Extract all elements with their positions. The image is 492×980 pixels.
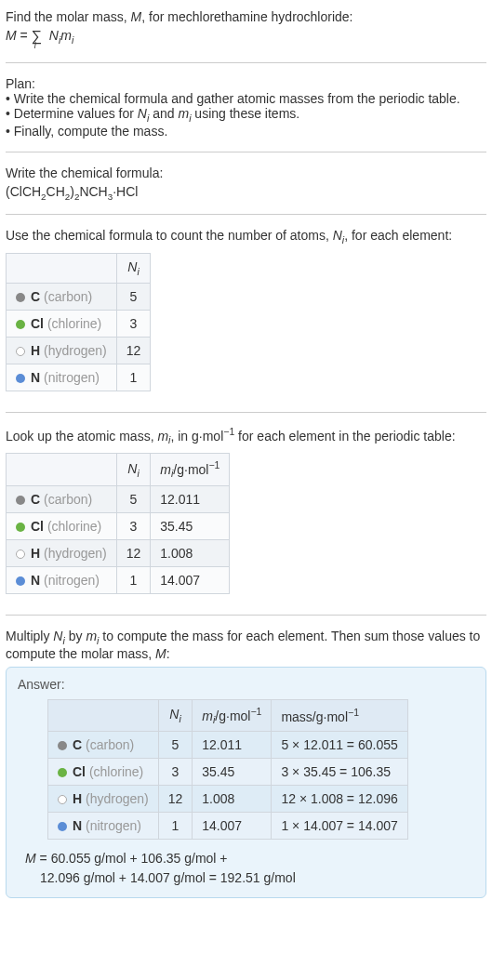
intro-var-M: M — [131, 9, 142, 24]
ni-cell: 3 — [116, 310, 151, 337]
element-name: (chlorine) — [47, 316, 101, 331]
table-row: N (nitrogen)1 — [7, 364, 151, 391]
element-symbol: C — [31, 289, 40, 304]
element-cell: Cl (chlorine) — [7, 310, 117, 337]
divider — [6, 412, 486, 413]
element-dot-icon — [16, 374, 25, 383]
element-dot-icon — [16, 347, 25, 356]
answer-table: Ni mi/g·mol−1 mass/g·mol−1 C (carbon)512… — [47, 699, 408, 840]
element-symbol: N — [31, 573, 40, 588]
element-name: (nitrogen) — [44, 370, 100, 385]
element-name: (chlorine) — [89, 764, 143, 779]
table-header-Ni: Ni — [116, 454, 151, 485]
mass-intro: Look up the atomic mass, mi, in g·mol−1 … — [6, 426, 486, 445]
mi-cell: 12.011 — [151, 485, 230, 512]
formula-mi: m — [60, 28, 72, 43]
element-dot-icon — [16, 320, 25, 329]
table-header-Ni: Ni — [116, 254, 151, 284]
element-cell: Cl (chlorine) — [7, 512, 117, 539]
formula-M: M — [6, 28, 17, 43]
element-symbol: H — [31, 546, 40, 561]
mass-table: Ni mi/g·mol−1 C (carbon)512.011Cl (chlor… — [6, 453, 230, 593]
chemical-formula-section: Write the chemical formula: (ClCH2CH2)2N… — [6, 160, 486, 207]
mass-lookup-section: Look up the atomic mass, mi, in g·mol−1 … — [6, 420, 486, 607]
mass-cell: 12 × 1.008 = 12.096 — [272, 786, 407, 813]
table-header-mi: mi/g·mol−1 — [151, 454, 230, 485]
plan-title: Plan: — [6, 76, 486, 91]
formula-Ni: N — [49, 28, 59, 43]
table-header-empty — [48, 699, 159, 731]
table-header-empty — [7, 454, 117, 485]
mass-cell: 5 × 12.011 = 60.055 — [272, 732, 407, 759]
element-symbol: Cl — [31, 519, 44, 534]
table-row: Cl (chlorine)3 — [7, 310, 151, 337]
answer-content: Ni mi/g·mol−1 mass/g·mol−1 C (carbon)512… — [18, 699, 474, 888]
ni-cell: 1 — [116, 364, 151, 391]
table-row: C (carbon)5 — [7, 283, 151, 310]
ni-cell: 12 — [158, 786, 193, 813]
divider — [6, 152, 486, 152]
element-dot-icon — [16, 293, 25, 302]
answer-label: Answer: — [18, 677, 474, 692]
count-intro: Use the chemical formula to count the nu… — [6, 228, 486, 245]
final-equation: M = 60.055 g/mol + 106.35 g/mol + 12.096… — [25, 849, 474, 888]
ni-cell: 12 — [116, 337, 151, 364]
molar-mass-formula: M = ∑ i Nimi — [6, 28, 486, 46]
intro-text-pre: Find the molar mass, — [6, 9, 131, 24]
element-symbol: H — [73, 791, 82, 806]
element-cell: Cl (chlorine) — [48, 759, 159, 786]
divider — [6, 214, 486, 215]
sigma-icon: ∑ i — [32, 28, 42, 45]
element-name: (hydrogen) — [44, 546, 107, 561]
chem-formula: (ClCH2CH2)2NCH3·HCl — [6, 184, 486, 202]
mi-cell: 1.008 — [151, 539, 230, 566]
table-row: N (nitrogen)114.0071 × 14.007 = 14.007 — [48, 813, 408, 840]
intro-section: Find the molar mass, M, for mechloretham… — [6, 4, 486, 55]
table-row: H (hydrogen)12 — [7, 337, 151, 364]
ni-cell: 5 — [158, 732, 193, 759]
element-dot-icon — [16, 496, 25, 505]
mi-cell: 1.008 — [193, 786, 272, 813]
element-name: (carbon) — [44, 289, 92, 304]
element-dot-icon — [58, 768, 67, 777]
table-row: Cl (chlorine)335.45 — [7, 512, 230, 539]
mi-cell: 35.45 — [193, 759, 272, 786]
plan-section: Plan: Write the chemical formula and gat… — [6, 71, 486, 144]
table-header-row: Ni mi/g·mol−1 — [7, 454, 230, 485]
element-symbol: N — [31, 370, 40, 385]
element-symbol: N — [73, 818, 82, 833]
table-header-mi: mi/g·mol−1 — [193, 699, 272, 731]
element-name: (carbon) — [44, 492, 92, 507]
mi-cell: 35.45 — [151, 512, 230, 539]
formula-mi-sub: i — [72, 34, 73, 46]
table-row: H (hydrogen)121.00812 × 1.008 = 12.096 — [48, 786, 408, 813]
final-eq-line1: M = 60.055 g/mol + 106.35 g/mol + — [25, 849, 474, 868]
table-header-row: Ni mi/g·mol−1 mass/g·mol−1 — [48, 699, 408, 731]
plan-list: Write the chemical formula and gather at… — [6, 91, 486, 139]
compute-intro: Multiply Ni by mi to compute the mass fo… — [6, 629, 486, 661]
element-symbol: H — [31, 343, 40, 358]
table-header-mass: mass/g·mol−1 — [272, 699, 407, 731]
mi-cell: 14.007 — [151, 566, 230, 593]
plan-item: Write the chemical formula and gather at… — [6, 91, 486, 106]
mi-cell: 14.007 — [193, 813, 272, 840]
chem-formula-title: Write the chemical formula: — [6, 166, 486, 180]
mass-cell: 1 × 14.007 = 14.007 — [272, 813, 407, 840]
element-symbol: Cl — [31, 316, 44, 331]
table-row: Cl (chlorine)335.453 × 35.45 = 106.35 — [48, 759, 408, 786]
element-name: (nitrogen) — [86, 818, 141, 833]
table-header-Ni: Ni — [158, 699, 193, 731]
table-row: C (carbon)512.0115 × 12.011 = 60.055 — [48, 732, 408, 759]
count-atoms-section: Use the chemical formula to count the nu… — [6, 222, 486, 404]
element-name: (chlorine) — [47, 519, 101, 534]
intro-line: Find the molar mass, M, for mechloretham… — [6, 9, 486, 24]
ni-cell: 5 — [116, 485, 151, 512]
divider — [6, 615, 486, 616]
table-row: H (hydrogen)121.008 — [7, 539, 230, 566]
element-dot-icon — [58, 795, 67, 804]
table-row: C (carbon)512.011 — [7, 485, 230, 512]
element-symbol: C — [73, 737, 82, 752]
element-name: (carbon) — [86, 737, 134, 752]
element-dot-icon — [16, 523, 25, 532]
element-dot-icon — [58, 741, 67, 750]
